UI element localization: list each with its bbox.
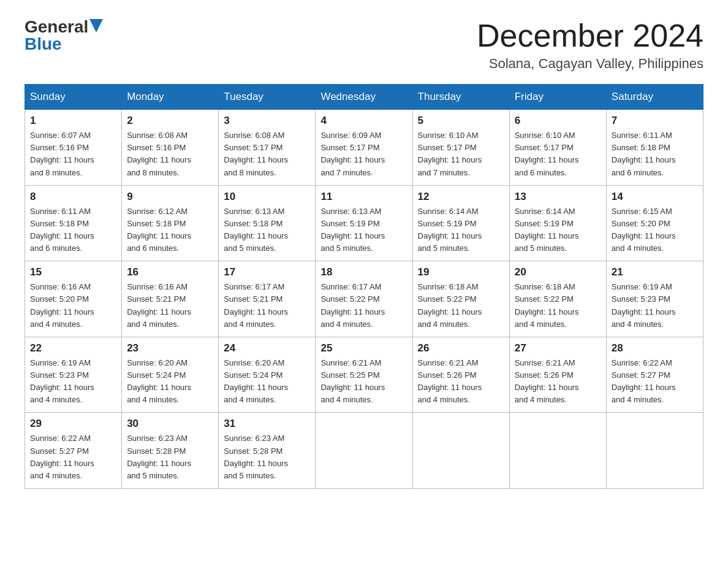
day-info: Sunrise: 6:07 AM Sunset: 5:16 PM Dayligh…	[30, 129, 116, 179]
calendar-cell: 2 Sunrise: 6:08 AM Sunset: 5:16 PM Dayli…	[122, 110, 219, 186]
page-subtitle: Solana, Cagayan Valley, Philippines	[477, 56, 703, 72]
day-info: Sunrise: 6:16 AM Sunset: 5:20 PM Dayligh…	[30, 281, 116, 331]
calendar-cell: 8 Sunrise: 6:11 AM Sunset: 5:18 PM Dayli…	[25, 185, 122, 261]
calendar-cell	[412, 413, 509, 489]
calendar-cell: 16 Sunrise: 6:16 AM Sunset: 5:21 PM Dayl…	[122, 261, 219, 337]
calendar-table: SundayMondayTuesdayWednesdayThursdayFrid…	[25, 84, 703, 489]
calendar-week-2: 8 Sunrise: 6:11 AM Sunset: 5:18 PM Dayli…	[25, 185, 703, 261]
calendar-cell: 12 Sunrise: 6:14 AM Sunset: 5:19 PM Dayl…	[412, 185, 509, 261]
weekday-header-wednesday: Wednesday	[316, 85, 412, 110]
calendar-cell: 31 Sunrise: 6:23 AM Sunset: 5:28 PM Dayl…	[219, 413, 316, 489]
day-number: 26	[418, 342, 504, 354]
day-info: Sunrise: 6:12 AM Sunset: 5:18 PM Dayligh…	[127, 205, 213, 255]
day-info: Sunrise: 6:22 AM Sunset: 5:27 PM Dayligh…	[30, 432, 116, 482]
calendar-cell: 22 Sunrise: 6:19 AM Sunset: 5:23 PM Dayl…	[25, 337, 122, 413]
calendar-cell: 14 Sunrise: 6:15 AM Sunset: 5:20 PM Dayl…	[606, 185, 703, 261]
day-number: 14	[612, 191, 698, 203]
calendar-week-5: 29 Sunrise: 6:22 AM Sunset: 5:27 PM Dayl…	[25, 413, 703, 489]
day-info: Sunrise: 6:11 AM Sunset: 5:18 PM Dayligh…	[30, 205, 116, 255]
calendar-cell: 19 Sunrise: 6:18 AM Sunset: 5:22 PM Dayl…	[412, 261, 509, 337]
calendar-cell: 10 Sunrise: 6:13 AM Sunset: 5:18 PM Dayl…	[219, 185, 316, 261]
day-number: 8	[30, 191, 116, 203]
calendar-cell: 23 Sunrise: 6:20 AM Sunset: 5:24 PM Dayl…	[122, 337, 219, 413]
day-info: Sunrise: 6:19 AM Sunset: 5:23 PM Dayligh…	[30, 357, 116, 407]
calendar-cell: 21 Sunrise: 6:19 AM Sunset: 5:23 PM Dayl…	[606, 261, 703, 337]
day-info: Sunrise: 6:17 AM Sunset: 5:21 PM Dayligh…	[224, 281, 310, 331]
calendar-cell: 5 Sunrise: 6:10 AM Sunset: 5:17 PM Dayli…	[412, 110, 509, 186]
day-number: 22	[30, 342, 116, 354]
day-number: 19	[418, 266, 504, 278]
day-number: 2	[127, 115, 213, 127]
day-info: Sunrise: 6:09 AM Sunset: 5:17 PM Dayligh…	[320, 129, 407, 179]
day-info: Sunrise: 6:20 AM Sunset: 5:24 PM Dayligh…	[127, 357, 213, 407]
calendar-cell: 26 Sunrise: 6:21 AM Sunset: 5:26 PM Dayl…	[412, 337, 509, 413]
page-header: General Blue December 2024 Solana, Cagay…	[25, 18, 703, 72]
calendar-cell: 7 Sunrise: 6:11 AM Sunset: 5:18 PM Dayli…	[606, 110, 703, 186]
calendar-cell: 6 Sunrise: 6:10 AM Sunset: 5:17 PM Dayli…	[509, 110, 606, 186]
weekday-header-friday: Friday	[509, 85, 606, 110]
weekday-header-thursday: Thursday	[412, 85, 509, 110]
day-number: 15	[30, 266, 116, 278]
calendar-cell: 20 Sunrise: 6:18 AM Sunset: 5:22 PM Dayl…	[509, 261, 606, 337]
day-info: Sunrise: 6:11 AM Sunset: 5:18 PM Dayligh…	[612, 129, 698, 179]
calendar-cell	[316, 413, 412, 489]
day-number: 16	[127, 266, 213, 278]
day-number: 20	[515, 266, 601, 278]
calendar-cell: 30 Sunrise: 6:23 AM Sunset: 5:28 PM Dayl…	[122, 413, 219, 489]
day-number: 7	[612, 115, 698, 127]
logo-general-text: General	[25, 18, 88, 36]
day-number: 3	[224, 115, 310, 127]
day-number: 25	[320, 342, 407, 354]
svg-marker-0	[89, 19, 103, 33]
calendar-cell: 11 Sunrise: 6:13 AM Sunset: 5:19 PM Dayl…	[316, 185, 412, 261]
day-info: Sunrise: 6:23 AM Sunset: 5:28 PM Dayligh…	[224, 432, 310, 482]
weekday-header-tuesday: Tuesday	[219, 85, 316, 110]
logo: General Blue	[25, 18, 103, 53]
calendar-cell: 4 Sunrise: 6:09 AM Sunset: 5:17 PM Dayli…	[316, 110, 412, 186]
day-number: 31	[224, 418, 310, 430]
day-info: Sunrise: 6:14 AM Sunset: 5:19 PM Dayligh…	[418, 205, 504, 255]
day-number: 23	[127, 342, 213, 354]
calendar-week-4: 22 Sunrise: 6:19 AM Sunset: 5:23 PM Dayl…	[25, 337, 703, 413]
day-number: 13	[515, 191, 601, 203]
day-number: 10	[224, 191, 310, 203]
day-info: Sunrise: 6:21 AM Sunset: 5:25 PM Dayligh…	[320, 357, 407, 407]
day-info: Sunrise: 6:08 AM Sunset: 5:17 PM Dayligh…	[224, 129, 310, 179]
calendar-cell: 29 Sunrise: 6:22 AM Sunset: 5:27 PM Dayl…	[25, 413, 122, 489]
calendar-cell: 18 Sunrise: 6:17 AM Sunset: 5:22 PM Dayl…	[316, 261, 412, 337]
day-info: Sunrise: 6:20 AM Sunset: 5:24 PM Dayligh…	[224, 357, 310, 407]
page-title: December 2024	[477, 18, 703, 53]
calendar-cell: 1 Sunrise: 6:07 AM Sunset: 5:16 PM Dayli…	[25, 110, 122, 186]
calendar-cell: 9 Sunrise: 6:12 AM Sunset: 5:18 PM Dayli…	[122, 185, 219, 261]
calendar-week-3: 15 Sunrise: 6:16 AM Sunset: 5:20 PM Dayl…	[25, 261, 703, 337]
day-info: Sunrise: 6:16 AM Sunset: 5:21 PM Dayligh…	[127, 281, 213, 331]
day-number: 4	[320, 115, 407, 127]
day-info: Sunrise: 6:21 AM Sunset: 5:26 PM Dayligh…	[418, 357, 504, 407]
calendar-cell: 17 Sunrise: 6:17 AM Sunset: 5:21 PM Dayl…	[219, 261, 316, 337]
calendar-cell: 28 Sunrise: 6:22 AM Sunset: 5:27 PM Dayl…	[606, 337, 703, 413]
weekday-header-sunday: Sunday	[25, 85, 122, 110]
day-info: Sunrise: 6:10 AM Sunset: 5:17 PM Dayligh…	[418, 129, 504, 179]
day-number: 1	[30, 115, 116, 127]
day-number: 18	[320, 266, 407, 278]
calendar-cell: 13 Sunrise: 6:14 AM Sunset: 5:19 PM Dayl…	[509, 185, 606, 261]
day-info: Sunrise: 6:08 AM Sunset: 5:16 PM Dayligh…	[127, 129, 213, 179]
calendar-cell	[509, 413, 606, 489]
day-info: Sunrise: 6:18 AM Sunset: 5:22 PM Dayligh…	[418, 281, 504, 331]
day-info: Sunrise: 6:13 AM Sunset: 5:18 PM Dayligh…	[224, 205, 310, 255]
day-info: Sunrise: 6:13 AM Sunset: 5:19 PM Dayligh…	[320, 205, 407, 255]
calendar-cell: 24 Sunrise: 6:20 AM Sunset: 5:24 PM Dayl…	[219, 337, 316, 413]
weekday-header-saturday: Saturday	[606, 85, 703, 110]
day-number: 17	[224, 266, 310, 278]
day-info: Sunrise: 6:17 AM Sunset: 5:22 PM Dayligh…	[320, 281, 407, 331]
calendar-cell: 15 Sunrise: 6:16 AM Sunset: 5:20 PM Dayl…	[25, 261, 122, 337]
day-info: Sunrise: 6:10 AM Sunset: 5:17 PM Dayligh…	[515, 129, 601, 179]
day-number: 9	[127, 191, 213, 203]
day-info: Sunrise: 6:19 AM Sunset: 5:23 PM Dayligh…	[612, 281, 698, 331]
day-info: Sunrise: 6:22 AM Sunset: 5:27 PM Dayligh…	[612, 357, 698, 407]
day-number: 24	[224, 342, 310, 354]
day-number: 12	[418, 191, 504, 203]
day-info: Sunrise: 6:14 AM Sunset: 5:19 PM Dayligh…	[515, 205, 601, 255]
calendar-cell	[606, 413, 703, 489]
day-number: 6	[515, 115, 601, 127]
